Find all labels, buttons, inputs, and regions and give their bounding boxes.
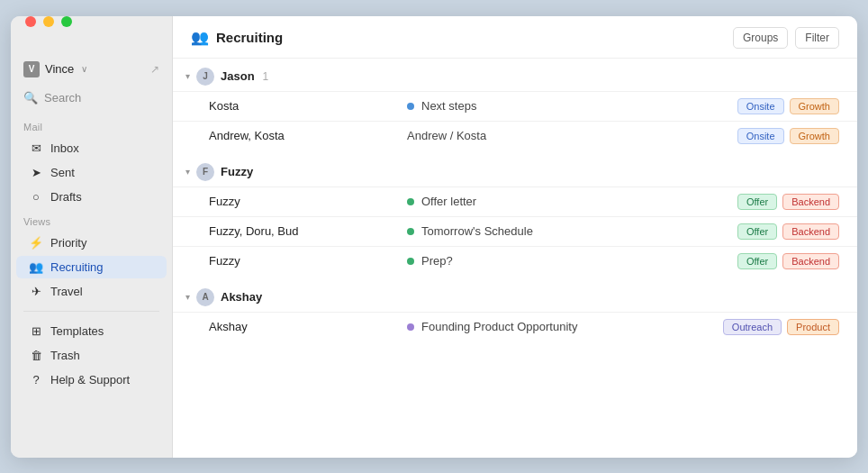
page-title: Recruiting <box>216 30 283 45</box>
trash-icon: 🗑 <box>29 349 43 362</box>
sidebar-item-label: Sent <box>50 166 75 179</box>
row-tags: OutreachProduct <box>723 319 839 335</box>
tag: Growth <box>790 98 839 114</box>
help-icon: ? <box>29 373 43 387</box>
sidebar-item-label: Drafts <box>50 190 82 204</box>
group-avatar: F <box>196 163 214 181</box>
user-name: Vince <box>45 62 74 76</box>
main-header: 👥 Recruiting Groups Filter <box>173 16 857 59</box>
row-step: Next steps <box>421 99 737 113</box>
sidebar-item-label: Priority <box>50 236 86 250</box>
table-row[interactable]: FuzzyPrep?OfferBackend <box>173 246 857 276</box>
chevron-down-icon: ▾ <box>185 167 190 177</box>
row-step: Prep? <box>421 254 737 268</box>
views-section-label: Views <box>11 209 172 231</box>
table-row[interactable]: KostaNext stepsOnsiteGrowth <box>173 91 857 121</box>
templates-icon: ⊞ <box>29 324 43 338</box>
table-row[interactable]: Andrew, KostaAndrew / KostaOnsiteGrowth <box>173 121 857 150</box>
sidebar-item-sent[interactable]: ➤ Sent <box>16 161 167 184</box>
sidebar-item-travel[interactable]: ✈ Travel <box>16 280 167 303</box>
main-header-left: 👥 Recruiting <box>191 29 283 46</box>
row-step: Offer letter <box>421 195 737 208</box>
recruiting-icon: 👥 <box>29 260 43 274</box>
app-window: V Vince ∨ ↗ 🔍 Search Mail ✉ Inbox ➤ Sent… <box>11 16 857 458</box>
traffic-light-red[interactable] <box>25 16 36 27</box>
travel-icon: ✈ <box>29 285 43 298</box>
row-tags: OnsiteGrowth <box>737 128 839 144</box>
row-step-container: Offer letter <box>407 195 737 208</box>
row-name: Kosta <box>209 99 407 113</box>
sidebar-item-drafts[interactable]: ○ Drafts <box>16 186 167 208</box>
search-label: Search <box>44 91 81 105</box>
group-section-akshay: ▾AAkshayAkshayFounding Product Opportuni… <box>173 279 857 341</box>
row-tags: OnsiteGrowth <box>737 98 839 114</box>
priority-icon: ⚡ <box>29 236 43 250</box>
sidebar-item-label: Travel <box>50 285 83 298</box>
group-name: Jason <box>221 69 255 83</box>
mail-section-label: Mail <box>11 114 172 136</box>
row-step: Tomorrow's Schedule <box>421 224 737 238</box>
sidebar-item-trash[interactable]: 🗑 Trash <box>16 344 167 367</box>
status-dot <box>407 228 414 235</box>
row-step-container: Next steps <box>407 99 737 113</box>
inbox-icon: ✉ <box>29 141 43 155</box>
group-avatar: A <box>196 288 214 306</box>
sidebar-item-priority[interactable]: ⚡ Priority <box>16 232 167 254</box>
sidebar-item-label: Trash <box>50 349 80 362</box>
row-name: Fuzzy <box>209 254 407 268</box>
table-row[interactable]: Fuzzy, Doru, BudTomorrow's ScheduleOffer… <box>173 216 857 246</box>
sidebar-item-help[interactable]: ? Help & Support <box>16 368 167 391</box>
external-link-icon[interactable]: ↗ <box>150 63 159 76</box>
drafts-icon: ○ <box>29 190 43 204</box>
row-step-container: Founding Product Opportunity <box>407 320 723 333</box>
sidebar-item-label: Recruiting <box>50 260 104 274</box>
sidebar-item-inbox[interactable]: ✉ Inbox <box>16 137 167 159</box>
row-step-container: Prep? <box>407 254 737 268</box>
row-tags: OfferBackend <box>737 253 839 269</box>
row-step: Andrew / Kosta <box>407 129 737 142</box>
chevron-down-icon: ▾ <box>185 71 190 81</box>
row-name: Andrew, Kosta <box>209 129 407 142</box>
filter-button[interactable]: Filter <box>795 27 839 49</box>
tag: Product <box>787 319 839 335</box>
sidebar-item-label: Inbox <box>50 141 79 155</box>
group-section-jason: ▾JJason1KostaNext stepsOnsiteGrowthAndre… <box>173 59 857 150</box>
group-header-jason[interactable]: ▾JJason1 <box>173 59 857 91</box>
group-avatar: J <box>196 68 214 86</box>
sidebar-user[interactable]: V Vince ∨ ↗ <box>11 56 172 86</box>
status-dot <box>407 258 414 265</box>
tag: Offer <box>737 194 777 210</box>
chevron-down-icon: ▾ <box>185 292 190 302</box>
row-step-container: Andrew / Kosta <box>407 129 737 142</box>
table-row[interactable]: FuzzyOffer letterOfferBackend <box>173 186 857 216</box>
traffic-light-yellow[interactable] <box>43 16 54 27</box>
titlebar <box>25 16 72 27</box>
main-title-icon: 👥 <box>191 29 209 46</box>
group-name: Akshay <box>221 290 262 304</box>
group-name: Fuzzy <box>221 165 253 178</box>
tag: Outreach <box>723 319 782 335</box>
tag: Onsite <box>737 98 784 114</box>
tag: Onsite <box>737 128 784 144</box>
sidebar: V Vince ∨ ↗ 🔍 Search Mail ✉ Inbox ➤ Sent… <box>11 16 173 458</box>
row-step: Founding Product Opportunity <box>421 320 723 333</box>
status-dot <box>407 198 414 205</box>
tag: Growth <box>790 128 839 144</box>
status-dot <box>407 103 414 110</box>
group-header-akshay[interactable]: ▾AAkshay <box>173 279 857 312</box>
user-avatar: V <box>23 61 40 77</box>
traffic-light-green[interactable] <box>61 16 72 27</box>
group-count: 1 <box>263 70 269 83</box>
group-header-fuzzy[interactable]: ▾FFuzzy <box>173 154 857 186</box>
sidebar-search[interactable]: 🔍 Search <box>11 86 172 109</box>
groups-button[interactable]: Groups <box>733 27 788 49</box>
tag: Backend <box>782 194 839 210</box>
tag: Backend <box>782 253 839 269</box>
table-row[interactable]: AkshayFounding Product OpportunityOutrea… <box>173 312 857 341</box>
sidebar-item-templates[interactable]: ⊞ Templates <box>16 320 167 342</box>
sidebar-divider <box>23 311 159 312</box>
sidebar-item-label: Help & Support <box>50 373 130 387</box>
search-icon: 🔍 <box>23 91 38 105</box>
sidebar-item-recruiting[interactable]: 👥 Recruiting <box>16 256 167 278</box>
row-tags: OfferBackend <box>737 223 839 240</box>
